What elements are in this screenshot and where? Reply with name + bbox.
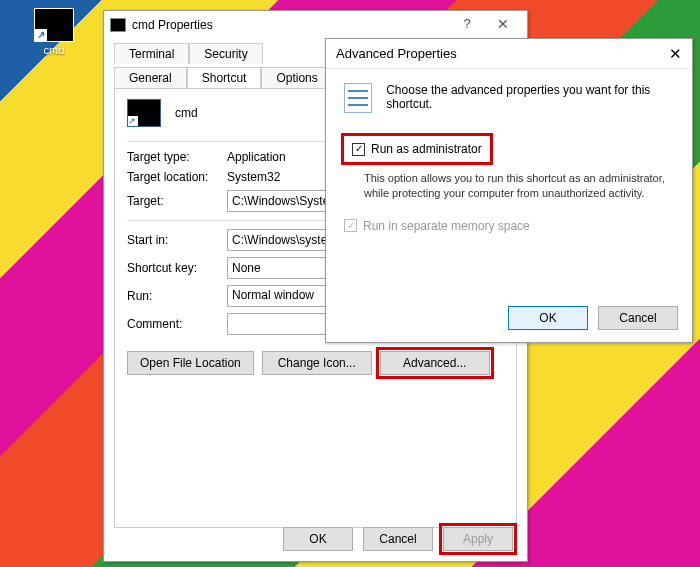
run-as-admin-description: This option allows you to run this short…	[364, 171, 674, 201]
tab-general[interactable]: General	[114, 67, 187, 88]
tab-shortcut[interactable]: Shortcut	[187, 67, 262, 88]
adv-title-text: Advanced Properties	[336, 46, 669, 61]
run-label: Run:	[127, 289, 227, 303]
adv-titlebar[interactable]: Advanced Properties ✕	[326, 39, 692, 69]
cmd-large-icon: ↗	[127, 99, 161, 127]
shortcut-arrow-icon: ↗	[35, 29, 47, 41]
shortcut-key-label: Shortcut key:	[127, 261, 227, 275]
adv-intro-text: Choose the advanced properties you want …	[386, 83, 674, 111]
adv-ok-button[interactable]: OK	[508, 306, 588, 330]
shortcut-arrow-icon: ↗	[128, 116, 138, 126]
apply-button[interactable]: Apply	[443, 527, 513, 551]
tab-options[interactable]: Options	[261, 67, 332, 88]
run-as-admin-highlight: Run as administrator	[341, 133, 493, 165]
tab-terminal[interactable]: Terminal	[114, 43, 189, 64]
adv-cancel-button[interactable]: Cancel	[598, 306, 678, 330]
comment-label: Comment:	[127, 317, 227, 331]
tab-security[interactable]: Security	[189, 43, 262, 64]
target-label: Target:	[127, 194, 227, 208]
cancel-button[interactable]: Cancel	[363, 527, 433, 551]
target-type-label: Target type:	[127, 150, 227, 164]
shortcut-name: cmd	[175, 106, 198, 120]
advanced-button[interactable]: Advanced...	[380, 351, 490, 375]
properties-icon	[344, 83, 372, 113]
open-file-location-button[interactable]: Open File Location	[127, 351, 254, 375]
advanced-properties-dialog: Advanced Properties ✕ Choose the advance…	[325, 38, 693, 343]
desktop-shortcut-cmd[interactable]: ↗ cmd	[24, 8, 84, 56]
ok-button[interactable]: OK	[283, 527, 353, 551]
titlebar[interactable]: cmd Properties ? ✕	[104, 11, 527, 39]
cmd-icon: ↗	[34, 8, 74, 42]
close-button[interactable]: ✕	[485, 14, 521, 36]
target-location-label: Target location:	[127, 170, 227, 184]
startin-label: Start in:	[127, 233, 227, 247]
window-title: cmd Properties	[132, 18, 449, 32]
run-as-admin-checkbox[interactable]	[352, 143, 365, 156]
desktop-shortcut-label: cmd	[24, 44, 84, 56]
run-as-admin-label: Run as administrator	[371, 142, 482, 156]
help-button[interactable]: ?	[449, 14, 485, 36]
change-icon-button[interactable]: Change Icon...	[262, 351, 372, 375]
dialog-bottom-buttons: OK Cancel Apply	[283, 527, 513, 551]
close-icon[interactable]: ✕	[669, 45, 682, 63]
run-separate-memory-checkbox	[344, 219, 357, 232]
cmd-title-icon	[110, 18, 126, 32]
run-separate-memory-label: Run in separate memory space	[363, 219, 530, 233]
